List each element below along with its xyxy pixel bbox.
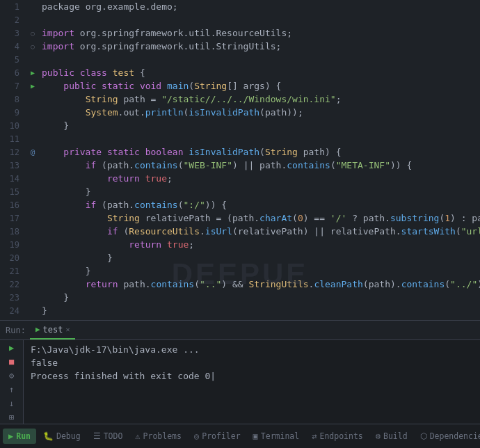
code-line: 1package org.example.demo; xyxy=(0,0,480,13)
line-number: 5 xyxy=(0,55,26,65)
code-content: public static void main(String[] args) { xyxy=(39,81,480,91)
status-item-build[interactable]: ⚙Build xyxy=(370,429,413,444)
settings-button[interactable]: ⚙ xyxy=(4,371,19,381)
code-line: 11 xyxy=(0,132,480,145)
profiler-label: Profiler xyxy=(202,431,240,441)
code-line: 19 return true; xyxy=(0,238,480,251)
code-content: return true; xyxy=(39,239,480,250)
code-line: 7▶ public static void main(String[] args… xyxy=(0,79,480,93)
status-bar: ▶Run🐛Debug☰TODO⚠Problems◎Profiler▣Termin… xyxy=(0,424,480,448)
run-icon: ▶ xyxy=(8,431,13,441)
code-line: 18 if (ResourceUtils.isUrl(relativePath)… xyxy=(0,225,480,238)
fold-icon: ○ xyxy=(31,30,34,37)
run-label: Run: xyxy=(6,326,26,335)
run-output: F:\Java\jdk-17\bin\java.exe ...falseProc… xyxy=(24,340,480,424)
line-number: 2 xyxy=(0,15,26,25)
code-content: } xyxy=(39,292,480,303)
dependencies-label: Dependencies xyxy=(430,431,480,441)
build-icon: ⚙ xyxy=(376,431,381,441)
code-line: 2 xyxy=(0,13,480,26)
code-content: package org.example.demo; xyxy=(39,1,480,12)
status-item-problems[interactable]: ⚠Problems xyxy=(129,429,187,444)
output-line: false xyxy=(31,356,473,369)
terminal-icon: ▣ xyxy=(253,431,258,441)
code-line: 17 String relativePath = (path.charAt(0)… xyxy=(0,211,480,225)
layout-button[interactable]: ⊞ xyxy=(4,413,19,422)
line-number: 16 xyxy=(0,200,26,210)
code-line: 12@ private static boolean isInvalidPath… xyxy=(0,145,480,159)
line-number: 21 xyxy=(0,266,26,276)
line-number: 1 xyxy=(0,2,26,12)
line-gutter: ○ xyxy=(26,30,39,37)
line-number: 17 xyxy=(0,214,26,223)
code-content: return true; xyxy=(39,173,480,184)
scroll-down-button[interactable]: ↓ xyxy=(4,399,19,408)
line-number: 22 xyxy=(0,280,26,289)
code-line: 22 return path.contains("..") && StringU… xyxy=(0,278,480,291)
status-item-dependencies[interactable]: ⬡Dependencies xyxy=(415,429,480,444)
output-line: F:\Java\jdk-17\bin\java.exe ... xyxy=(31,343,473,356)
run-panel-header: Run: ▶ test ✕ xyxy=(0,321,480,340)
line-number: 23 xyxy=(0,293,26,303)
line-number: 9 xyxy=(0,108,26,118)
line-number: 19 xyxy=(0,240,26,250)
run-tab-label: test xyxy=(43,325,63,335)
todo-icon: ☰ xyxy=(93,431,101,441)
run-toolbar: ▶ ■ ⚙ ↑ ↓ ⊞ ↵ xyxy=(0,340,24,424)
debug-label: Debug xyxy=(56,431,81,441)
code-line: 14 return true; xyxy=(0,172,480,185)
app-container: 1package org.example.demo;23○import org.… xyxy=(0,0,480,448)
problems-label: Problems xyxy=(143,431,182,441)
dependencies-icon: ⬡ xyxy=(420,431,427,441)
code-line: 10 } xyxy=(0,119,480,132)
output-line: Process finished with exit code 0 xyxy=(31,369,473,383)
code-content: } xyxy=(39,120,480,131)
code-line: 15 } xyxy=(0,185,480,198)
code-line: 5 xyxy=(0,53,480,66)
line-number: 11 xyxy=(0,134,26,144)
run-tab-close[interactable]: ✕ xyxy=(65,326,70,333)
code-content: } xyxy=(39,186,480,197)
code-editor: 1package org.example.demo;23○import org.… xyxy=(0,0,480,320)
code-content: if (ResourceUtils.isUrl(relativePath) ||… xyxy=(39,226,480,237)
code-line: 3○import org.springframework.util.Resour… xyxy=(0,26,480,40)
code-line: 21 } xyxy=(0,264,480,278)
code-content: private static boolean isInvalidPath(Str… xyxy=(39,147,480,157)
line-gutter: @ xyxy=(26,147,39,157)
stop-button[interactable]: ■ xyxy=(4,357,19,367)
code-content: } xyxy=(39,266,480,276)
line-number: 15 xyxy=(0,187,26,197)
code-line: 16 if (path.contains(":/")) { xyxy=(0,198,480,211)
line-gutter: ○ xyxy=(26,43,39,50)
problems-icon: ⚠ xyxy=(135,431,140,441)
line-number: 8 xyxy=(0,95,26,104)
status-item-terminal[interactable]: ▣Terminal xyxy=(248,429,305,444)
run-tab-icon: ▶ xyxy=(35,325,40,334)
profiler-icon: ◎ xyxy=(194,431,199,441)
line-gutter: ▶ xyxy=(26,82,39,90)
code-line: 20 } xyxy=(0,251,480,264)
bookmark-icon: @ xyxy=(31,147,35,157)
line-number: 18 xyxy=(0,227,26,237)
scroll-up-button[interactable]: ↑ xyxy=(4,385,19,394)
endpoints-label: Endpoints xyxy=(319,431,362,441)
line-number: 20 xyxy=(0,253,26,263)
terminal-label: Terminal xyxy=(261,431,299,441)
code-line: 6▶public class test { xyxy=(0,66,480,79)
run-arrow-icon[interactable]: ▶ xyxy=(31,69,35,77)
code-line: 8 String path = "/static//../../Windows/… xyxy=(0,93,480,106)
run-tab[interactable]: ▶ test ✕ xyxy=(30,321,76,339)
line-number: 24 xyxy=(0,306,26,316)
restart-button[interactable]: ▶ xyxy=(4,343,19,353)
code-line: 9 System.out.println(isInvalidPath(path)… xyxy=(0,106,480,119)
code-content: System.out.println(isInvalidPath(path)); xyxy=(39,107,480,118)
run-panel: Run: ▶ test ✕ ▶ ■ ⚙ ↑ ↓ ⊞ ↵ F:\Java\jdk-… xyxy=(0,320,480,424)
todo-label: TODO xyxy=(104,431,123,441)
status-item-endpoints[interactable]: ⇄Endpoints xyxy=(306,429,369,444)
status-item-debug[interactable]: 🐛Debug xyxy=(38,429,86,444)
status-item-profiler[interactable]: ◎Profiler xyxy=(189,429,246,444)
status-item-todo[interactable]: ☰TODO xyxy=(88,429,129,444)
status-item-run[interactable]: ▶Run xyxy=(3,429,36,444)
run-arrow-icon[interactable]: ▶ xyxy=(31,82,35,90)
code-line: 13 if (path.contains("WEB-INF") || path.… xyxy=(0,159,480,172)
